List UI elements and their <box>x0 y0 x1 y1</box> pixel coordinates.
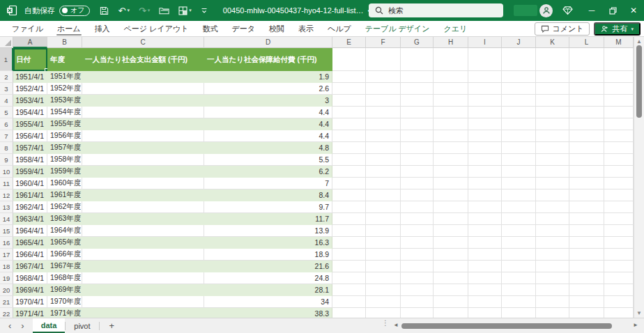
select-all-corner[interactable] <box>0 37 13 48</box>
cell-C11[interactable] <box>82 178 204 189</box>
cell-F12[interactable] <box>366 189 401 201</box>
cell-M22[interactable] <box>604 308 634 318</box>
cell-C7[interactable] <box>82 130 204 142</box>
cell-H22[interactable] <box>434 308 468 318</box>
cell-B4[interactable]: 1953年度 <box>47 95 82 107</box>
cell-H1[interactable] <box>434 48 468 71</box>
cell-I12[interactable] <box>468 189 502 201</box>
cell-D22[interactable]: 38.3 <box>204 308 332 318</box>
cell-M1[interactable] <box>604 48 634 71</box>
cell-M12[interactable] <box>604 189 634 201</box>
cell-L11[interactable] <box>569 178 604 189</box>
row-header-2[interactable]: 2 <box>0 71 13 83</box>
cell-I7[interactable] <box>468 130 502 142</box>
row-header-21[interactable]: 21 <box>0 296 13 308</box>
column-header-E[interactable]: E <box>332 37 366 48</box>
cell-K12[interactable] <box>536 189 569 201</box>
cell-H7[interactable] <box>434 130 468 142</box>
cell-G7[interactable] <box>401 130 434 142</box>
cell-J1[interactable] <box>502 48 536 71</box>
cell-K17[interactable] <box>536 249 569 261</box>
cell-K5[interactable] <box>536 107 569 118</box>
cell-M2[interactable] <box>604 71 634 83</box>
add-sheet-button[interactable]: + <box>100 318 125 333</box>
cell-D4[interactable]: 3 <box>204 95 332 107</box>
row-header-19[interactable]: 19 <box>0 272 13 284</box>
cell-F14[interactable] <box>366 213 401 225</box>
cell-C1[interactable]: 一人当たり社会支出金額 (千円) <box>82 48 204 71</box>
cell-M19[interactable] <box>604 272 634 284</box>
cell-L17[interactable] <box>569 249 604 261</box>
cell-E10[interactable] <box>332 166 366 178</box>
cell-G19[interactable] <box>401 272 434 284</box>
share-button[interactable]: 共有 ▾ <box>594 22 641 36</box>
ribbon-tab-表示[interactable]: 表示 <box>291 21 321 36</box>
cell-K9[interactable] <box>536 154 569 166</box>
cell-J10[interactable] <box>502 166 536 178</box>
cell-A17[interactable]: 1966/4/1 <box>13 249 47 261</box>
cell-E11[interactable] <box>332 178 366 189</box>
cell-M6[interactable] <box>604 118 634 130</box>
column-header-L[interactable]: L <box>569 37 604 48</box>
cell-F13[interactable] <box>366 201 401 213</box>
cell-E7[interactable] <box>332 130 366 142</box>
horizontal-scrollbar[interactable]: ⋮ ◄ ► <box>376 318 640 333</box>
cell-M21[interactable] <box>604 296 634 308</box>
cell-A7[interactable]: 1956/4/1 <box>13 130 47 142</box>
cell-D18[interactable]: 21.6 <box>204 261 332 272</box>
cell-B3[interactable]: 1952年度 <box>47 83 82 95</box>
cell-L4[interactable] <box>569 95 604 107</box>
cell-C18[interactable] <box>82 261 204 272</box>
cell-F22[interactable] <box>366 308 401 318</box>
cell-B14[interactable]: 1963年度 <box>47 213 82 225</box>
cell-F9[interactable] <box>366 154 401 166</box>
cell-A10[interactable]: 1959/4/1 <box>13 166 47 178</box>
comments-button[interactable]: コメント <box>535 22 590 36</box>
cell-D1[interactable]: 一人当たり社会保障給付費 (千円) <box>204 48 332 71</box>
cell-C21[interactable] <box>82 296 204 308</box>
cell-C4[interactable] <box>82 95 204 107</box>
row-header-4[interactable]: 4 <box>0 95 13 107</box>
row-header-9[interactable]: 9 <box>0 154 13 166</box>
cell-L12[interactable] <box>569 189 604 201</box>
cell-B5[interactable]: 1954年度 <box>47 107 82 118</box>
cell-A12[interactable]: 1961/4/1 <box>13 189 47 201</box>
column-header-A[interactable]: A <box>13 37 47 48</box>
cell-F7[interactable] <box>366 130 401 142</box>
cell-J6[interactable] <box>502 118 536 130</box>
cell-K10[interactable] <box>536 166 569 178</box>
cell-G5[interactable] <box>401 107 434 118</box>
cell-F17[interactable] <box>366 249 401 261</box>
cell-B12[interactable]: 1961年度 <box>47 189 82 201</box>
cell-I5[interactable] <box>468 107 502 118</box>
cell-K15[interactable] <box>536 225 569 237</box>
cell-H17[interactable] <box>434 249 468 261</box>
horizontal-scroll-thumb[interactable] <box>401 323 612 329</box>
cell-B2[interactable]: 1951年度 <box>47 71 82 83</box>
row-header-8[interactable]: 8 <box>0 142 13 154</box>
cell-J19[interactable] <box>502 272 536 284</box>
cell-A14[interactable]: 1963/4/1 <box>13 213 47 225</box>
cell-K18[interactable] <box>536 261 569 272</box>
cell-C5[interactable] <box>82 107 204 118</box>
cell-E20[interactable] <box>332 284 366 296</box>
cell-E16[interactable] <box>332 237 366 249</box>
cell-J15[interactable] <box>502 225 536 237</box>
cell-J12[interactable] <box>502 189 536 201</box>
cell-A4[interactable]: 1953/4/1 <box>13 95 47 107</box>
save-button[interactable] <box>100 6 109 15</box>
cell-I20[interactable] <box>468 284 502 296</box>
vertical-scrollbar[interactable]: ▲ ▼ <box>634 37 644 318</box>
column-header-H[interactable]: H <box>434 37 468 48</box>
cell-I16[interactable] <box>468 237 502 249</box>
cell-C10[interactable] <box>82 166 204 178</box>
column-header-I[interactable]: I <box>468 37 502 48</box>
scroll-left-icon[interactable]: ◄ <box>393 322 399 328</box>
cell-J17[interactable] <box>502 249 536 261</box>
cell-F3[interactable] <box>366 83 401 95</box>
search-input[interactable]: 検索 <box>369 3 503 17</box>
cell-H20[interactable] <box>434 284 468 296</box>
row-header-15[interactable]: 15 <box>0 225 13 237</box>
row-header-13[interactable]: 13 <box>0 201 13 213</box>
cell-K20[interactable] <box>536 284 569 296</box>
